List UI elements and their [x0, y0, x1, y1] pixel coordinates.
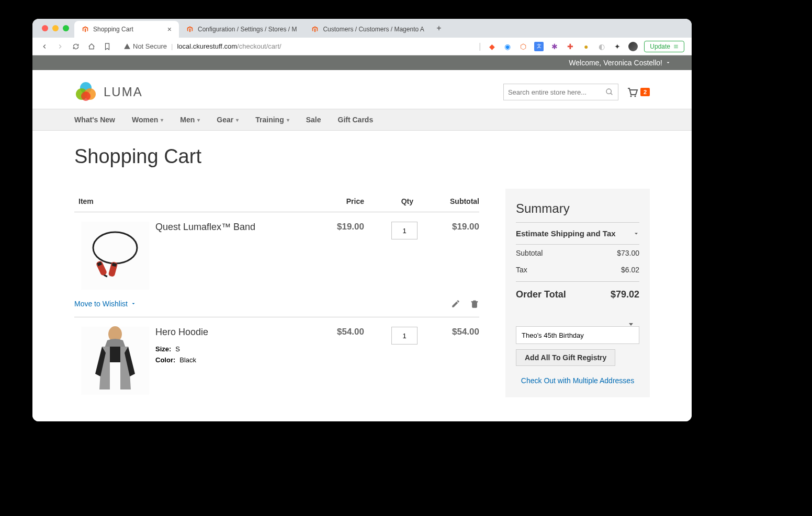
magento-favicon-icon [186, 26, 194, 33]
onepassword-icon[interactable]: ◉ [503, 42, 512, 51]
tab-bar: Shopping Cart × Configuration / Settings… [32, 19, 692, 38]
magento-favicon-icon [82, 26, 89, 33]
tab-customers[interactable]: Customers / Customers / Magento A [304, 21, 431, 38]
purple-ext-icon[interactable]: ✱ [550, 42, 559, 51]
url-text: local.ckurestuff.com/checkout/cart/ [177, 42, 281, 50]
tab-configuration[interactable]: Configuration / Settings / Stores / M [179, 21, 304, 38]
product-thumbnail[interactable] [74, 222, 155, 290]
gift-registry-select[interactable]: Theo's 45th Birthday [516, 326, 639, 344]
tab-title: Customers / Customers / Magento A [323, 26, 424, 33]
tab-title: Shopping Cart [93, 26, 133, 33]
account-dropdown-icon[interactable] [666, 60, 671, 65]
maximize-window-button[interactable] [63, 25, 69, 31]
store-search[interactable] [503, 84, 618, 100]
cart-items-section: Item Price Qty Subtotal [74, 189, 479, 404]
chevron-down-icon [633, 231, 639, 237]
new-tab-button[interactable]: + [432, 21, 446, 36]
minimize-window-button[interactable] [52, 25, 59, 31]
th-subtotal: Subtotal [422, 197, 479, 205]
shipping-estimate-toggle[interactable]: Estimate Shipping and Tax [516, 223, 639, 245]
search-icon[interactable] [605, 88, 614, 96]
welcome-text: Welcome, Veronica Costello! [569, 59, 662, 67]
cart-item: Quest Lumaflex™ Band $19.00 $19.00 [74, 212, 479, 317]
extensions-puzzle-icon[interactable]: ✦ [613, 42, 622, 51]
cookie-ext-icon[interactable]: ● [581, 42, 591, 51]
delete-item-icon[interactable] [470, 299, 479, 308]
url-bar[interactable]: Not Secure | local.ckurestuff.com/checko… [118, 40, 472, 52]
close-window-button[interactable] [42, 25, 48, 31]
svg-point-6 [634, 96, 636, 97]
summary-sidebar: Summary Estimate Shipping and Tax Subtot… [505, 189, 650, 404]
item-subtotal: $54.00 [422, 327, 479, 337]
th-qty: Qty [364, 197, 422, 205]
chevron-down-icon: ▾ [236, 117, 239, 123]
move-to-wishlist-link[interactable]: Move to Wishlist [74, 300, 136, 308]
edit-item-icon[interactable] [451, 299, 460, 308]
logo-text: LUMA [104, 85, 143, 99]
close-tab-icon[interactable]: × [167, 25, 172, 33]
browser-window: Shopping Cart × Configuration / Settings… [32, 19, 692, 421]
page-viewport[interactable]: Welcome, Veronica Costello! [32, 55, 692, 421]
gray-ext-icon[interactable]: ◐ [597, 42, 606, 51]
qty-input[interactable] [391, 327, 418, 345]
home-button[interactable] [87, 42, 96, 51]
cart-count-badge: 2 [640, 88, 650, 96]
forward-button[interactable] [55, 42, 65, 51]
page-title: Shopping Cart [74, 145, 650, 168]
add-to-registry-button[interactable]: Add All To Gift Registry [516, 349, 615, 366]
main-nav: What's New Women▾ Men▾ Gear▾ Training▾ S… [32, 109, 692, 131]
brave-shield-icon[interactable]: ◆ [487, 42, 497, 51]
nav-women[interactable]: Women▾ [132, 116, 163, 124]
extension-icons: | ◆ ◉ ⬡ 文 ✱ ✚ ● ◐ ✦ Update [479, 41, 684, 52]
product-name[interactable]: Quest Lumaflex™ Band [155, 222, 307, 233]
reload-button[interactable] [71, 42, 81, 51]
store-logo[interactable]: LUMA [74, 81, 143, 104]
item-attribute: Size:S [155, 345, 307, 353]
item-subtotal: $19.00 [422, 222, 479, 232]
svg-point-3 [81, 91, 91, 101]
tab-shopping-cart[interactable]: Shopping Cart × [74, 21, 179, 38]
chevron-down-icon: ▾ [287, 117, 289, 123]
address-bar: Not Secure | local.ckurestuff.com/checko… [32, 38, 692, 55]
summary-subtotal-row: Subtotal $73.00 [516, 245, 639, 261]
tab-title: Configuration / Settings / Stores / M [198, 26, 297, 33]
product-name[interactable]: Hero Hoodie [155, 327, 307, 338]
window-controls [39, 19, 74, 38]
svg-rect-13 [110, 347, 120, 362]
multiple-addresses-link[interactable]: Check Out with Multiple Addresses [516, 376, 639, 385]
cart-icon [626, 86, 638, 98]
search-input[interactable] [508, 88, 605, 96]
magento-favicon-icon [311, 26, 319, 33]
th-price: Price [307, 197, 364, 205]
chevron-down-icon [131, 301, 136, 306]
store-header: LUMA 2 [74, 70, 650, 109]
item-price: $54.00 [307, 327, 364, 337]
cart-table-header: Item Price Qty Subtotal [74, 189, 479, 212]
chevron-down-icon: ▾ [161, 117, 163, 123]
nav-gift-cards[interactable]: Gift Cards [338, 116, 374, 124]
nav-gear[interactable]: Gear▾ [217, 116, 239, 124]
magento-ext-icon[interactable]: ⬡ [518, 42, 528, 51]
back-button[interactable] [40, 42, 49, 51]
nav-training[interactable]: Training▾ [255, 116, 289, 124]
qty-input[interactable] [391, 222, 418, 239]
firstaid-ext-icon[interactable]: ✚ [566, 42, 575, 51]
summary-total-row: Order Total $79.02 [516, 281, 639, 305]
hoodie-image [81, 327, 149, 395]
chevron-down-icon: ▾ [197, 117, 200, 123]
minicart[interactable]: 2 [626, 86, 650, 98]
translate-icon[interactable]: 文 [534, 42, 544, 51]
jump-rope-image [81, 222, 149, 290]
nav-men[interactable]: Men▾ [180, 116, 200, 124]
nav-sale[interactable]: Sale [306, 116, 321, 124]
cart-item: Hero Hoodie Size:S Color:Black $54.00 [74, 317, 479, 404]
bookmark-button[interactable] [103, 42, 112, 51]
nav-whats-new[interactable]: What's New [74, 116, 115, 124]
update-button[interactable]: Update [644, 41, 684, 52]
product-thumbnail[interactable] [74, 327, 155, 395]
luma-logo-icon [74, 81, 97, 104]
svg-point-7 [93, 232, 137, 263]
svg-point-4 [606, 89, 611, 94]
profile-avatar-icon[interactable] [628, 42, 638, 51]
item-attribute: Color:Black [155, 356, 307, 364]
